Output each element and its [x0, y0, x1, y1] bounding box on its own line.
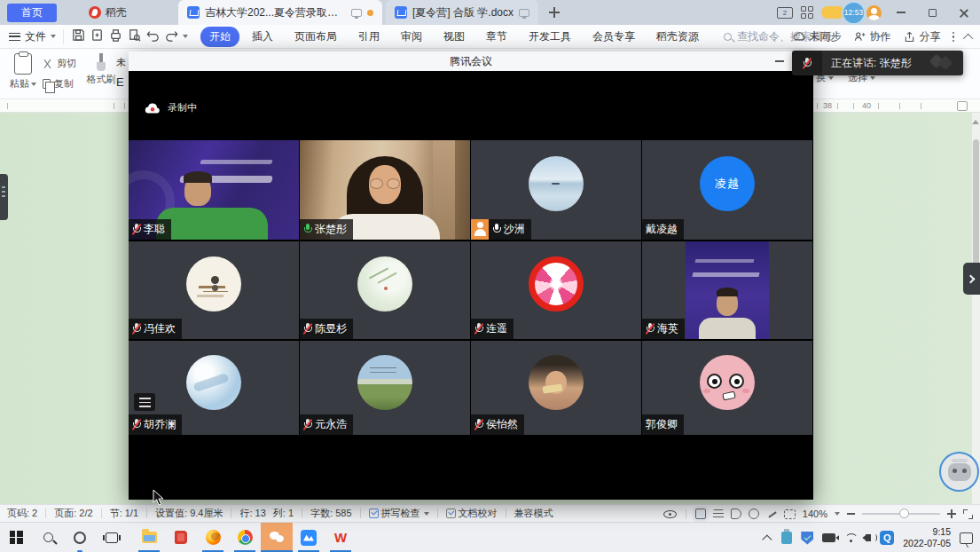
copy-button[interactable]: 复制	[43, 77, 74, 91]
workspace-grid-icon[interactable]	[801, 6, 813, 19]
ribbon-tab-docer-resources[interactable]: 稻壳资源	[647, 27, 708, 47]
start-button[interactable]	[0, 523, 32, 552]
usb-tray-icon[interactable]	[781, 532, 792, 544]
meeting-minimize-button[interactable]	[775, 60, 784, 62]
wifi-icon[interactable]	[844, 533, 857, 543]
fullscreen-icon[interactable]	[963, 509, 973, 519]
document-tab[interactable]: [夏令营] 合版 学.docx	[386, 0, 538, 25]
file-explorer-button[interactable]	[133, 523, 165, 552]
zoom-out-button[interactable]	[847, 513, 855, 515]
left-panel-handle[interactable]	[0, 174, 8, 220]
cut-button[interactable]: 剪切	[43, 57, 76, 70]
paste-button[interactable]: 粘贴	[9, 53, 37, 91]
ribbon-tab-developer[interactable]: 开发工具	[520, 27, 580, 47]
read-view-icon[interactable]	[731, 509, 741, 519]
tencent-meeting-button[interactable]	[293, 523, 325, 552]
qat-more-icon[interactable]	[183, 35, 188, 38]
outline-view-icon[interactable]	[713, 509, 724, 519]
ribbon-tab-review[interactable]: 审阅	[392, 27, 431, 47]
write-mode-icon[interactable]	[766, 509, 777, 519]
ribbon-tab-page-layout[interactable]: 页面布局	[286, 27, 346, 47]
undo-button[interactable]	[145, 28, 161, 45]
expand-sidebar-button[interactable]	[963, 263, 980, 295]
print-preview-button[interactable]	[127, 28, 142, 45]
window-minimize-button[interactable]	[890, 4, 913, 21]
cortana-button[interactable]	[64, 523, 96, 552]
ribbon-tab-view[interactable]: 视图	[435, 27, 474, 47]
taskbar-clock[interactable]: 9:15 2022-07-05	[903, 526, 951, 549]
participant-tile[interactable]: 元永浩	[300, 341, 470, 435]
status-page-number: 页码: 2	[7, 507, 37, 520]
participant-tile[interactable]: 凌越 戴凌越	[642, 140, 812, 240]
save-button[interactable]	[71, 28, 86, 45]
split-screen-icon[interactable]: 2	[777, 7, 793, 19]
export-pdf-button[interactable]	[90, 28, 105, 45]
ribbon-tab-references[interactable]: 引用	[349, 27, 388, 47]
ribbon-tab-member[interactable]: 会员专享	[584, 27, 644, 47]
participant-tile[interactable]: 张楚彤	[300, 140, 470, 240]
fit-page-icon[interactable]	[784, 509, 796, 519]
docer-tab[interactable]: 稻壳	[78, 5, 137, 20]
folder-icon	[142, 532, 157, 543]
ribbon-tab-home[interactable]: 开始	[200, 27, 239, 47]
volume-icon[interactable]	[866, 534, 871, 541]
document-tab-active[interactable]: 吉林大学202...夏令营录取名单	[178, 0, 382, 25]
recorder-tray-icon[interactable]	[822, 533, 835, 542]
security-shield-icon[interactable]	[801, 532, 813, 545]
assistant-robot-button[interactable]	[939, 452, 979, 492]
window-restore-button[interactable]	[921, 4, 944, 21]
participant-tile[interactable]: 胡乔澜	[129, 341, 299, 435]
chrome-button[interactable]	[229, 523, 261, 552]
share-button[interactable]: 分享	[903, 29, 941, 44]
firefox-button[interactable]	[197, 523, 229, 552]
sync-status-button[interactable]: 未同步	[793, 29, 842, 44]
participant-tile[interactable]: 李聪	[129, 140, 299, 240]
wechat-button-active[interactable]	[261, 523, 293, 552]
redo-button[interactable]	[164, 28, 179, 45]
account-avatar[interactable]	[866, 5, 882, 20]
collapse-ribbon-icon[interactable]	[963, 33, 973, 43]
participant-tile[interactable]: 海英	[642, 241, 812, 339]
red-book-app-button[interactable]	[165, 523, 197, 552]
wps-button[interactable]: W	[325, 523, 357, 552]
participant-tile[interactable]: 郭俊卿	[642, 341, 812, 435]
taskbar-search-button[interactable]	[32, 523, 64, 552]
layout-list-icon[interactable]	[134, 393, 155, 411]
participant-tile[interactable]: 侯怡然	[471, 341, 641, 435]
floating-clock-badge[interactable]: 12:53	[842, 1, 866, 25]
file-menu[interactable]: 文件	[9, 29, 64, 44]
participant-tile[interactable]: 陈昱杉	[300, 241, 470, 339]
participant-tile[interactable]: 冯佳欢	[129, 241, 299, 339]
task-view-button[interactable]	[96, 523, 128, 552]
new-tab-button[interactable]	[547, 5, 561, 20]
format-painter-button[interactable]: 格式刷	[85, 53, 117, 86]
participant-tile[interactable]: 沙洲	[471, 140, 641, 240]
scrollbar-thumb[interactable]	[973, 139, 979, 272]
notification-center-icon[interactable]	[960, 532, 973, 544]
compat-mode-label[interactable]: 兼容模式	[514, 507, 553, 520]
more-menu-icon[interactable]	[953, 32, 955, 43]
scroll-up-icon[interactable]	[972, 120, 979, 124]
ribbon-tab-section[interactable]: 章节	[477, 27, 516, 47]
zoom-level[interactable]: 140%	[803, 509, 827, 519]
print-button[interactable]	[108, 28, 123, 45]
web-view-icon[interactable]	[749, 509, 759, 519]
window-close-button[interactable]	[952, 4, 975, 21]
participant-tile[interactable]: 连遥	[471, 241, 641, 339]
proofread-button[interactable]: 文档校对	[446, 507, 498, 520]
collaborate-button[interactable]: 协作	[853, 29, 891, 44]
q-input-tray-icon[interactable]: Q	[880, 531, 894, 545]
unsaved-dot-icon	[367, 10, 373, 16]
zoom-slider-thumb[interactable]	[899, 509, 909, 518]
spell-check-button[interactable]: 拼写检查	[369, 507, 429, 520]
zoom-slider[interactable]	[862, 513, 940, 515]
vertical-scrollbar[interactable]	[972, 113, 980, 504]
ribbon-tab-insert[interactable]: 插入	[243, 27, 282, 47]
home-button[interactable]: 首页	[7, 4, 57, 22]
eye-protection-icon[interactable]	[663, 510, 677, 518]
page-view-icon[interactable]	[695, 509, 706, 519]
recording-indicator[interactable]: 录制中	[145, 101, 197, 114]
tray-expand-icon[interactable]	[763, 534, 772, 544]
ruler-toggle-icon[interactable]	[957, 101, 968, 111]
zoom-in-button[interactable]	[947, 509, 956, 518]
